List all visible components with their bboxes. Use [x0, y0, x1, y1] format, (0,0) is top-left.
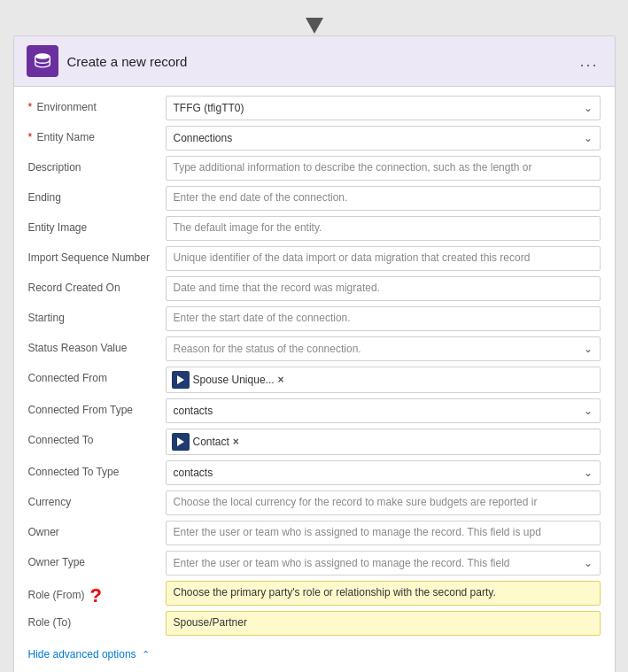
ending-input[interactable]: Enter the end date of the connection.: [166, 186, 601, 211]
environment-row: * Environment TFFG (tfigTT0) ⌄: [28, 96, 601, 120]
card-menu-button[interactable]: ...: [576, 52, 601, 71]
connected-to-field[interactable]: Contact ×: [166, 429, 601, 455]
import-sequence-row: Import Sequence Number Unique identifier…: [28, 246, 601, 271]
card-header: Create a new record ...: [14, 36, 615, 87]
ending-label: Ending: [28, 186, 166, 205]
currency-input[interactable]: Choose the local currency for the record…: [166, 490, 601, 515]
create-record-card: Create a new record ... * Environment TF…: [13, 35, 616, 672]
connected-from-tag: Spouse Unique... ×: [172, 371, 284, 389]
role-from-input[interactable]: Choose the primary party's role or relat…: [166, 581, 601, 606]
environment-dropdown[interactable]: TFFG (tfigTT0) ⌄: [166, 96, 601, 120]
role-from-label: Role (From) ?: [28, 581, 166, 606]
role-to-row: Role (To) Spouse/Partner: [28, 611, 601, 636]
status-reason-dropdown[interactable]: Reason for the status of the connection.…: [166, 336, 601, 361]
header-icon: [27, 45, 58, 77]
connected-from-tag-icon: [172, 371, 190, 389]
starting-label: Starting: [28, 306, 166, 326]
role-from-warning-icon: ?: [90, 586, 102, 606]
connected-from-row: Connected From Spouse Unique... ×: [28, 367, 601, 393]
connected-from-type-chevron-icon: ⌄: [584, 405, 593, 417]
play-icon-2: [175, 436, 186, 447]
currency-row: Currency Choose the local currency for t…: [28, 490, 601, 515]
connected-to-tag-label: Contact: [193, 436, 229, 448]
entity-image-row: Entity Image The default image for the e…: [28, 216, 601, 241]
flow-arrow: [306, 18, 323, 34]
entity-image-label: Entity Image: [28, 216, 166, 236]
owner-type-dropdown[interactable]: Enter the user or team who is assigned t…: [166, 551, 601, 575]
connected-to-tag-close[interactable]: ×: [233, 436, 239, 448]
connected-from-label: Connected From: [28, 367, 166, 386]
connected-from-tag-close[interactable]: ×: [278, 374, 284, 386]
environment-chevron-icon: ⌄: [584, 102, 593, 114]
connected-to-type-chevron-icon: ⌄: [584, 467, 593, 479]
owner-label: Owner: [28, 521, 166, 540]
status-reason-chevron-icon: ⌄: [584, 343, 593, 355]
role-to-label: Role (To): [28, 611, 166, 630]
database-icon: [33, 51, 52, 71]
card-header-left: Create a new record: [27, 45, 188, 77]
ending-row: Ending Enter the end date of the connect…: [28, 186, 601, 211]
svg-marker-1: [177, 375, 184, 384]
connected-from-tag-label: Spouse Unique...: [193, 374, 275, 386]
connected-from-type-row: Connected From Type contacts ⌄: [28, 398, 601, 423]
entity-image-input[interactable]: The default image for the entity.: [166, 216, 601, 241]
import-sequence-input[interactable]: Unique identifier of the data import or …: [166, 246, 601, 271]
connected-to-type-dropdown[interactable]: contacts ⌄: [166, 460, 601, 485]
description-label: Description: [28, 156, 166, 175]
record-created-on-label: Record Created On: [28, 276, 166, 296]
currency-label: Currency: [28, 490, 166, 510]
page-wrapper: Create a new record ... * Environment TF…: [0, 18, 628, 672]
connected-to-row: Connected To Contact ×: [28, 429, 601, 455]
connected-to-label: Connected To: [28, 429, 166, 448]
record-created-on-input[interactable]: Date and time that the record was migrat…: [166, 276, 601, 301]
connected-to-tag-icon: [172, 433, 190, 451]
environment-label: * Environment: [28, 96, 166, 115]
owner-row: Owner Enter the user or team who is assi…: [28, 521, 601, 545]
status-reason-row: Status Reason Value Reason for the statu…: [28, 336, 601, 361]
status-reason-label: Status Reason Value: [28, 336, 166, 356]
role-to-input[interactable]: Spouse/Partner: [166, 611, 601, 636]
starting-input[interactable]: Enter the start date of the connection.: [166, 306, 601, 331]
card-title: Create a new record: [67, 54, 188, 69]
connected-from-type-label: Connected From Type: [28, 398, 166, 418]
connected-to-type-row: Connected To Type contacts ⌄: [28, 460, 601, 485]
entity-name-chevron-icon: ⌄: [584, 132, 593, 144]
record-created-on-row: Record Created On Date and time that the…: [28, 276, 601, 301]
description-input[interactable]: Type additional information to describe …: [166, 156, 601, 181]
import-sequence-label: Import Sequence Number: [28, 246, 166, 266]
connected-to-type-label: Connected To Type: [28, 460, 166, 480]
owner-type-row: Owner Type Enter the user or team who is…: [28, 551, 601, 575]
entity-name-label: * Entity Name: [28, 126, 166, 145]
owner-type-label: Owner Type: [28, 551, 166, 570]
entity-name-dropdown[interactable]: Connections ⌄: [166, 126, 601, 151]
svg-marker-2: [177, 437, 184, 446]
connected-from-type-dropdown[interactable]: contacts ⌄: [166, 398, 601, 423]
connected-from-field[interactable]: Spouse Unique... ×: [166, 367, 601, 393]
connected-to-tag: Contact ×: [172, 433, 239, 451]
owner-input[interactable]: Enter the user or team who is assigned t…: [166, 521, 601, 545]
owner-type-chevron-icon: ⌄: [584, 557, 593, 569]
svg-point-0: [35, 53, 50, 58]
role-from-row: Role (From) ? Choose the primary party's…: [28, 581, 601, 606]
chevron-up-icon: ⌃: [142, 649, 150, 660]
starting-row: Starting Enter the start date of the con…: [28, 306, 601, 331]
card-body: * Environment TFFG (tfigTT0) ⌄ * Entity …: [14, 87, 615, 672]
play-icon: [175, 375, 186, 385]
hide-advanced-options[interactable]: Hide advanced options ⌃: [28, 641, 601, 662]
entity-name-row: * Entity Name Connections ⌄: [28, 126, 601, 151]
description-row: Description Type additional information …: [28, 156, 601, 181]
hide-advanced-label: Hide advanced options: [28, 648, 136, 660]
